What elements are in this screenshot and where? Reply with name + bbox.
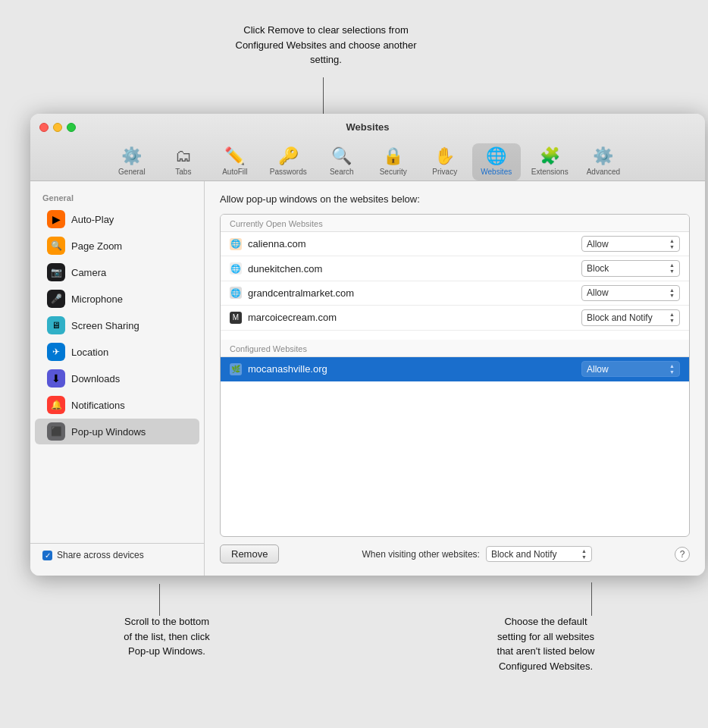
calienna-icon: 🌐 [230, 238, 242, 250]
share-across-devices-checkbox[interactable] [42, 551, 52, 560]
tabs-label: Tabs [175, 168, 191, 176]
dunekitchen-domain: dunekitchen.com [248, 263, 581, 275]
dunekitchen-value: Block [587, 263, 609, 274]
microphone-icon: 🎤 [47, 290, 65, 308]
right-panel: Allow pop-up windows on the websites bel… [205, 181, 705, 576]
sidebar-scroll: General ▶ Auto-Play 🔍 Page Zoom 📷 Camera [30, 190, 204, 566]
sidebar-item-page-zoom[interactable]: 🔍 Page Zoom [35, 233, 199, 259]
table-row[interactable]: 🌐 grandcentralmarket.com Allow ▲▼ [221, 281, 689, 306]
help-button[interactable]: ? [675, 547, 690, 562]
calienna-domain: calienna.com [248, 238, 581, 249]
toolbar-item-extensions[interactable]: 🧩 Extensions [524, 143, 576, 180]
location-label: Location [71, 347, 108, 358]
grandcentral-select[interactable]: Allow ▲▼ [581, 285, 680, 301]
mocanashville-arrows: ▲▼ [669, 363, 675, 375]
table-row-selected[interactable]: 🌿 mocanashville.org Allow ▲▼ [221, 357, 689, 381]
toolbar-item-autofill[interactable]: ✏️ AutoFill [211, 143, 259, 180]
toolbar-item-websites[interactable]: 🌐 Websites [472, 143, 521, 180]
when-visiting-value: Block and Notify [491, 549, 557, 560]
sidebar-item-auto-play[interactable]: ▶ Auto-Play [35, 206, 199, 232]
window-title: Websites [346, 121, 390, 133]
security-label: Security [380, 168, 407, 176]
when-visiting-row: When visiting other websites: Block and … [362, 546, 592, 562]
grandcentral-icon: 🌐 [230, 287, 242, 299]
passwords-label: Passwords [270, 168, 307, 176]
sidebar-item-screen-sharing[interactable]: 🖥 Screen Sharing [35, 312, 199, 338]
location-icon: ✈ [47, 343, 65, 361]
share-across-devices-row[interactable]: Share across devices [42, 550, 192, 560]
marcoicecream-select[interactable]: Block and Notify ▲▼ [581, 309, 680, 325]
callout-bottom-left: Scroll to the bottomof the list, then cl… [83, 614, 250, 659]
table-spacer [221, 331, 689, 340]
toolbar-item-privacy[interactable]: ✋ Privacy [421, 143, 469, 180]
auto-play-icon: ▶ [47, 210, 65, 228]
remove-button[interactable]: Remove [220, 544, 279, 563]
grandcentral-value: Allow [587, 287, 609, 298]
downloads-label: Downloads [71, 373, 120, 384]
screen-sharing-icon: 🖥 [47, 316, 65, 334]
extensions-icon: 🧩 [540, 146, 560, 166]
page-zoom-label: Page Zoom [71, 240, 122, 252]
microphone-label: Microphone [71, 293, 123, 305]
sidebar-item-notifications[interactable]: 🔔 Notifications [35, 392, 199, 418]
currently-open-header: Currently Open Websites [221, 215, 689, 232]
grandcentral-arrows: ▲▼ [669, 287, 675, 299]
mocanashville-select[interactable]: Allow ▲▼ [581, 361, 680, 377]
camera-label: Camera [71, 267, 106, 278]
table-row[interactable]: 🌐 dunekitchen.com Block ▲▼ [221, 256, 689, 281]
sidebar-item-popup-windows[interactable]: ⬛ Pop-up Windows [35, 419, 199, 444]
calienna-value: Allow [587, 239, 609, 249]
title-bar: Websites ⚙️ General 🗂 Tabs ✏️ AutoFill 🔑 [30, 114, 705, 181]
table-row[interactable]: M marcoicecream.com Block and Notify ▲▼ [221, 306, 689, 330]
minimize-button[interactable] [53, 123, 62, 132]
tabs-icon: 🗂 [175, 146, 192, 166]
sidebar-item-location[interactable]: ✈ Location [35, 339, 199, 365]
advanced-label: Advanced [587, 168, 620, 176]
notifications-label: Notifications [71, 400, 125, 411]
preferences-window: Websites ⚙️ General 🗂 Tabs ✏️ AutoFill 🔑 [30, 114, 705, 576]
sidebar: General ▶ Auto-Play 🔍 Page Zoom 📷 Camera [30, 181, 205, 576]
general-label: General [118, 168, 146, 176]
privacy-label: Privacy [432, 168, 457, 176]
sidebar-item-camera[interactable]: 📷 Camera [35, 259, 199, 285]
when-visiting-select[interactable]: Block and Notify ▲▼ [486, 546, 592, 562]
autofill-icon: ✏️ [224, 146, 245, 166]
sidebar-item-downloads[interactable]: ⬇ Downloads [35, 366, 199, 391]
dunekitchen-arrows: ▲▼ [669, 262, 675, 274]
callout-bottom-right-line [591, 582, 592, 616]
toolbar-item-security[interactable]: 🔒 Security [369, 143, 418, 180]
traffic-lights [39, 123, 76, 132]
websites-label: Websites [481, 168, 512, 176]
main-content: General ▶ Auto-Play 🔍 Page Zoom 📷 Camera [30, 181, 705, 576]
calienna-select[interactable]: Allow ▲▼ [581, 236, 680, 252]
mocanashville-icon: 🌿 [230, 363, 242, 375]
toolbar-item-search[interactable]: 🔍 Search [318, 143, 366, 180]
close-button[interactable] [39, 123, 49, 132]
toolbar: ⚙️ General 🗂 Tabs ✏️ AutoFill 🔑 Password… [108, 139, 628, 180]
calienna-arrows: ▲▼ [669, 238, 675, 249]
callout-top-left: Click Remove to clear selections from Co… [220, 23, 432, 67]
privacy-icon: ✋ [434, 146, 455, 166]
websites-table: Currently Open Websites 🌐 calienna.com A… [220, 214, 690, 537]
share-across-devices-label: Share across devices [57, 550, 144, 560]
toolbar-item-general[interactable]: ⚙️ General [108, 143, 156, 180]
toolbar-item-tabs[interactable]: 🗂 Tabs [159, 143, 208, 180]
sidebar-item-microphone[interactable]: 🎤 Microphone [35, 286, 199, 312]
screen-sharing-label: Screen Sharing [71, 320, 139, 331]
maximize-button[interactable] [67, 123, 76, 132]
marcoicecream-value: Block and Notify [587, 312, 653, 323]
sidebar-footer: Share across devices [30, 543, 204, 566]
downloads-icon: ⬇ [47, 369, 65, 388]
callout-bottom-left-line [159, 584, 160, 616]
callout-bottom-right: Choose the defaultsetting for all websit… [447, 614, 644, 673]
popup-windows-icon: ⬛ [47, 422, 65, 441]
table-row[interactable]: 🌐 calienna.com Allow ▲▼ [221, 232, 689, 256]
toolbar-item-passwords[interactable]: 🔑 Passwords [262, 143, 315, 180]
autofill-label: AutoFill [222, 168, 247, 176]
marcoicecream-arrows: ▲▼ [669, 312, 675, 323]
general-icon: ⚙️ [121, 146, 142, 166]
dunekitchen-select[interactable]: Block ▲▼ [581, 260, 680, 276]
page-zoom-icon: 🔍 [47, 237, 65, 255]
toolbar-item-advanced[interactable]: ⚙️ Advanced [579, 143, 628, 180]
camera-icon: 📷 [47, 263, 65, 281]
